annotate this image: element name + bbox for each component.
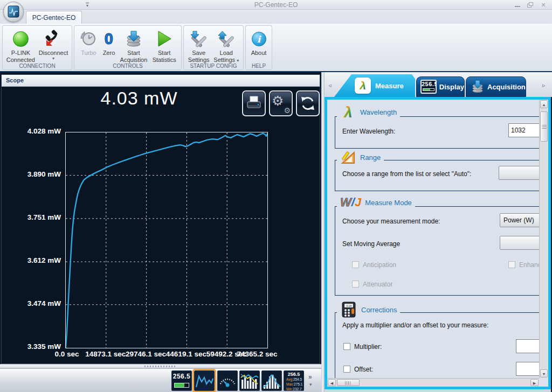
multiplier-input[interactable] — [516, 339, 539, 353]
offset-checkbox-label: Offset: — [354, 366, 373, 373]
y-axis-tick-label: 3.335 mW — [2, 342, 61, 351]
load-settings-dropdown-caret-icon: ▾ — [237, 58, 239, 63]
tab-scroll-left-icon[interactable]: ◃ — [328, 82, 332, 89]
tab-acquisition[interactable]: Acquisition — [466, 76, 526, 97]
plink-connected-button[interactable]: P-LINK Connected — [6, 27, 35, 64]
moving-average-combo[interactable] — [500, 236, 539, 250]
measure-settings-panel: λ Wavelength Enter Wavelength: — [325, 97, 551, 389]
y-axis-tick-label: 3.612 mW — [2, 256, 61, 264]
svg-text:3.14: 3.14 — [346, 304, 351, 307]
wavelength-section-head: λ Wavelength — [337, 104, 400, 120]
tools-save-icon — [190, 30, 208, 48]
ribbon-group-controls: Turbo 0 Zero Start — [74, 25, 182, 70]
offset-checkbox[interactable] — [343, 366, 350, 373]
anticipation-checkbox-label: Anticipation — [363, 261, 396, 269]
application-menu-button[interactable] — [3, 2, 24, 22]
refresh-icon — [300, 95, 316, 111]
acquisition-tab-icon — [471, 80, 485, 94]
vertical-scrollbar[interactable]: ▲ ▼ — [539, 100, 548, 378]
wavelength-label: Enter Wavelength: — [342, 128, 395, 135]
x-axis-tick-label: 0.0 sec — [54, 350, 79, 358]
display-mode-digital-tile[interactable]: 256.5 — [171, 370, 192, 391]
anticipation-checkbox[interactable] — [352, 261, 359, 268]
svg-text:λ: λ — [359, 79, 366, 92]
refresh-button[interactable] — [296, 90, 320, 116]
range-label: Choose a range from the list or select "… — [342, 170, 471, 178]
multiplier-checkbox[interactable] — [343, 343, 350, 350]
scope-display: 4.03 mW ⚙⚙ — [2, 87, 320, 363]
calculator-icon: 3.14 — [340, 301, 357, 318]
disconnect-button[interactable]: Disconnect ▾ — [39, 27, 68, 60]
title-bar: PC-Gentec-EO ═▾ ✕ — [0, 0, 552, 10]
display-mode-statistics-tile[interactable]: 256.5 Avg:254.5 Max:275.1 Min:232.7 — [284, 370, 304, 391]
ribbon-group-help: i About HELP — [245, 25, 272, 70]
scroll-down-arrow[interactable]: ▼ — [540, 369, 548, 377]
start-acquisition-button[interactable]: Start Acquistion — [120, 27, 148, 64]
main-content: Scope 4.03 mW ⚙⚙ — [0, 72, 552, 392]
x-axis-tick-label: 44619.1 sec — [166, 350, 206, 358]
scroll-right-arrow[interactable]: ▶ — [530, 379, 539, 386]
ribbon-tab-pc-gentec-eo[interactable]: PC-Gentec-EO — [26, 11, 82, 24]
power-reading: 4.03 mW — [2, 88, 277, 109]
attenuator-checkbox[interactable] — [352, 281, 359, 288]
disconnect-dropdown-caret-icon: ▾ — [52, 57, 54, 60]
enhanced-checkbox-label: Enhanced — [519, 261, 539, 269]
display-mode-bars-tile[interactable] — [239, 370, 260, 391]
tab-measure[interactable]: λ Measure — [334, 74, 415, 97]
app-logo-icon — [4, 2, 23, 22]
more-tiles-chevron[interactable]: » — [308, 373, 312, 381]
scope-panel-title: Scope — [2, 75, 320, 87]
scope-plot — [65, 132, 268, 348]
zero-icon: 0 — [105, 30, 113, 48]
application-window: PC-Gentec-EO ═▾ ✕ PC-Gentec-EO P-LINK Co… — [0, 0, 552, 392]
save-settings-button[interactable]: Save Settings — [188, 27, 210, 64]
phone-disconnect-icon — [44, 30, 63, 48]
measure-mode-label: Choose your measurement mode: — [342, 218, 440, 225]
ribbon: P-LINK Connected D — [0, 24, 552, 72]
horizontal-splitter[interactable] — [0, 364, 321, 368]
restore-button[interactable] — [526, 2, 535, 9]
measure-mode-combo[interactable]: Power (W) — [500, 213, 539, 227]
y-axis-tick-label: 4.028 mW — [2, 127, 61, 135]
offset-input[interactable] — [516, 362, 539, 376]
scroll-up-arrow[interactable]: ▲ — [540, 100, 548, 108]
start-statistics-button[interactable]: Start Statistics — [153, 27, 176, 64]
vertical-scrollbar-thumb[interactable] — [540, 111, 548, 142]
x-axis-tick-label: 74365.2 sec — [237, 350, 277, 358]
display-mode-gauge-tile[interactable] — [217, 370, 238, 391]
play-icon — [156, 30, 173, 48]
stat-row-max: Max:275.1 — [285, 382, 302, 387]
horizontal-scrollbar-thumb[interactable] — [337, 379, 360, 386]
group-label-connection: CONNECTION — [3, 63, 72, 69]
scope-panel: Scope 4.03 mW ⚙⚙ — [1, 74, 320, 364]
zero-button[interactable]: 0 Zero — [103, 27, 115, 57]
load-settings-button[interactable]: Load Settings ▾ — [213, 27, 239, 64]
about-button[interactable]: i About — [251, 27, 267, 57]
tab-scroll-right-icon[interactable]: ▹ — [542, 82, 546, 89]
horizontal-scrollbar[interactable]: ◀ ▶ — [327, 378, 539, 387]
panel-bottom-edge — [325, 389, 551, 392]
print-button[interactable] — [242, 90, 266, 116]
ribbon-tab-row: PC-Gentec-EO — [0, 10, 552, 24]
wavelength-input[interactable] — [508, 123, 539, 137]
range-combo[interactable] — [499, 166, 539, 180]
wavelength-lambda-icon: λ — [340, 104, 356, 120]
display-mode-scope-tile[interactable] — [194, 370, 215, 391]
minimize-button[interactable] — [513, 2, 522, 9]
tab-display[interactable]: 256.5 Display — [416, 76, 465, 97]
scroll-left-arrow[interactable]: ◀ — [328, 379, 336, 386]
tiles-dropdown-caret[interactable]: ▾ — [309, 382, 312, 387]
display-tab-icon: 256.5 — [420, 80, 437, 94]
multiplier-checkbox-label: Multiplier: — [354, 343, 382, 351]
enhanced-checkbox[interactable] — [508, 261, 515, 268]
turbo-button[interactable]: Turbo — [79, 27, 98, 57]
stat-row-avg: Avg:254.5 — [285, 377, 302, 382]
info-icon: i — [252, 32, 266, 46]
scope-settings-button[interactable]: ⚙⚙ — [269, 90, 293, 116]
display-mode-histogram-tile[interactable] — [261, 370, 282, 391]
close-button[interactable]: ✕ — [539, 2, 548, 9]
group-label-controls: CONTROLS — [74, 63, 181, 69]
y-axis-tick-label: 3.751 mW — [2, 213, 61, 221]
group-label-startup-config: STARTUP CONFIG — [184, 63, 243, 69]
quick-access-toolbar-caret-icon[interactable]: ═▾ — [84, 2, 91, 8]
